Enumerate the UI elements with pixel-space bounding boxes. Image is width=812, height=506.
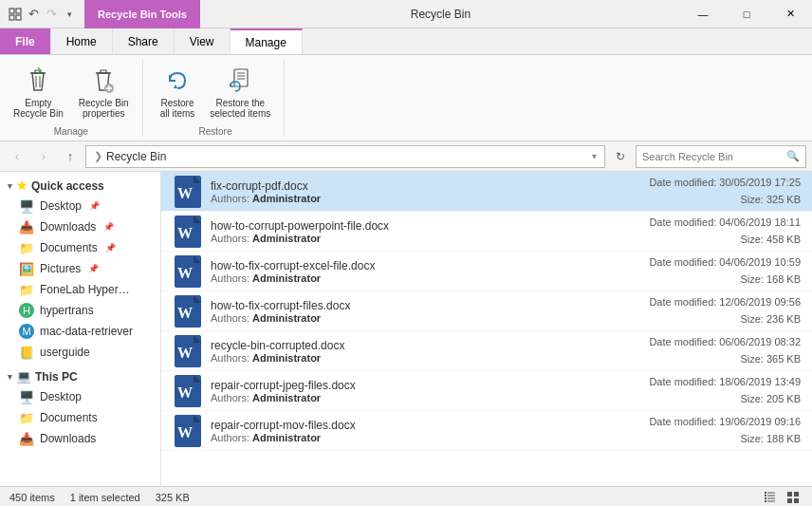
search-box[interactable]: 🔍 [636,145,806,168]
file-date: Date modified: 06/06/2019 08:32 [611,334,801,351]
file-item[interactable]: W recycle-bin-corrupted.docx Authors: Ad… [161,331,812,371]
sidebar-item-documents[interactable]: 📁 Documents 📌 [0,237,160,258]
pictures-label: Pictures [40,262,81,275]
qat-redo[interactable]: ↷ [44,7,59,22]
sidebar-item-fonelab[interactable]: 📁 FoneLab HyperTrans... [0,279,160,300]
back-button[interactable]: ‹ [6,145,28,168]
empty-recycle-bin-button[interactable]: EmptyRecycle Bin [8,62,69,122]
file-item-info: how-to-fix-corrupt-files.docx Authors: A… [203,299,611,324]
downloads-label: Downloads [40,220,96,234]
file-author: Authors: Administrator [211,432,603,443]
fonelab-icon: 📁 [19,282,34,297]
tab-share[interactable]: Share [113,28,175,54]
maximize-button[interactable]: □ [725,0,768,28]
pictures-pin-icon: 📌 [88,264,99,273]
file-size: Size: 168 KB [611,272,801,289]
file-item[interactable]: W repair-corrupt-jpeg-files.docx Authors… [161,371,812,411]
file-meta: Date modified: 12/06/2019 09:56 Size: 23… [611,294,801,328]
tab-manage[interactable]: Manage [231,28,303,54]
file-meta: Date modified: 06/06/2019 08:32 Size: 36… [611,334,801,367]
minimize-button[interactable]: — [681,0,725,28]
tiles-view-button[interactable] [784,488,803,507]
sidebar-item-desktop[interactable]: 🖥️ Desktop 📌 [0,196,160,216]
svg-rect-44 [787,492,792,497]
sidebar-section-quick-access: ▾ ★ Quick access 🖥️ Desktop 📌 📥 Download… [0,176,160,363]
file-item[interactable]: W fix-corrupt-pdf.docx Authors: Administ… [161,172,812,212]
forward-button[interactable]: › [32,145,55,168]
file-list: W fix-corrupt-pdf.docx Authors: Administ… [161,172,812,486]
file-meta: Date modified: 04/06/2019 18:11 Size: 45… [611,215,801,248]
file-item[interactable]: W how-to-fix-corrupt-files.docx Authors:… [161,291,812,331]
restore-selected-button[interactable]: Restore theselected items [204,62,276,122]
empty-recycle-label: EmptyRecycle Bin [13,98,64,119]
file-item[interactable]: W repair-corrupt-mov-files.docx Authors:… [161,411,812,451]
sidebar-item-downloads[interactable]: 📥 Downloads 📌 [0,216,160,237]
search-input[interactable] [642,151,783,162]
qat-undo[interactable]: ↶ [26,7,41,22]
file-name: how-to-fix-corrupt-excel-file.docx [211,259,603,272]
sidebar-quick-access-header[interactable]: ▾ ★ Quick access [0,176,160,196]
file-date: Date modified: 30/05/2019 17:25 [611,175,801,192]
tab-file[interactable]: File [0,28,51,54]
manage-group-label: Manage [8,124,135,137]
word-doc-icon: W [173,376,203,406]
sidebar-item-pc-desktop[interactable]: 🖥️ Desktop [0,386,160,407]
qat-dropdown[interactable]: ▾ [62,7,77,22]
expand-arrow-this-pc: ▾ [8,372,12,382]
sidebar-item-pictures[interactable]: 🖼️ Pictures 📌 [0,258,160,279]
title-bar: ↶ ↷ ▾ Recycle Bin Tools Recycle Bin — □ … [0,0,812,28]
file-item-info: recycle-bin-corrupted.docx Authors: Admi… [203,339,611,364]
file-name: fix-corrupt-pdf.docx [211,179,603,193]
svg-rect-11 [234,69,248,86]
svg-text:W: W [177,265,193,281]
ribbon: File Home Share View Manage [0,28,812,141]
tab-view[interactable]: View [175,28,231,54]
svg-rect-46 [787,498,792,503]
close-button[interactable]: ✕ [768,0,812,28]
file-name: how-to-fix-corrupt-files.docx [211,299,603,312]
file-item-info: how-to-corrupt-powerpoint-file.docx Auth… [203,219,611,244]
recycle-bin-properties-button[interactable]: Recycle Binproperties [73,62,135,122]
selected-count: 1 item selected [70,492,140,503]
file-date: Date modified: 04/06/2019 18:11 [611,215,801,232]
file-date: Date modified: 04/06/2019 10:59 [611,254,801,272]
documents-pin-icon: 📌 [105,243,116,253]
sidebar-item-mac-data[interactable]: M mac-data-retriever [0,321,160,342]
address-dropdown-arrow[interactable]: ▾ [592,151,597,161]
file-author: Authors: Administrator [211,352,603,364]
file-item[interactable]: W how-to-fix-corrupt-excel-file.docx Aut… [161,252,812,291]
file-author: Authors: Administrator [211,272,603,284]
refresh-button[interactable]: ↻ [609,145,632,168]
file-meta: Date modified: 04/06/2019 10:59 Size: 16… [611,254,801,288]
qat-icon-1[interactable] [8,7,23,22]
address-text: Recycle Bin [106,150,166,163]
address-bar[interactable]: ❯ Recycle Bin ▾ [85,145,605,168]
sidebar-this-pc-header[interactable]: ▾ 💻 This PC [0,366,160,386]
up-button[interactable]: ↑ [59,145,82,168]
sidebar-item-hypertrans[interactable]: H hypertrans [0,300,160,321]
pc-downloads-label: Downloads [40,432,96,445]
file-date: Date modified: 12/06/2019 09:56 [611,294,801,311]
file-item-info: repair-corrupt-mov-files.docx Authors: A… [203,419,611,443]
tab-home[interactable]: Home [51,28,113,54]
svg-rect-2 [9,15,14,20]
empty-recycle-icon [23,66,53,96]
file-meta: Date modified: 30/05/2019 17:25 Size: 32… [611,175,801,208]
sidebar-item-pc-documents[interactable]: 📁 Documents [0,407,160,428]
selected-size: 325 KB [156,492,190,503]
restore-all-button[interactable]: Restoreall items [155,62,201,122]
svg-rect-40 [765,492,766,494]
sidebar-item-userguide[interactable]: 📒 userguide [0,342,160,363]
ribbon-content: EmptyRecycle Bin Recycle Binproper [0,55,812,141]
mac-data-label: mac-data-retriever [40,325,133,338]
word-doc-icon: W [173,177,203,207]
restore-buttons: Restoreall items Restore theselect [155,59,277,124]
file-meta: Date modified: 18/06/2019 13:49 Size: 20… [611,374,801,407]
this-pc-label: This PC [35,370,78,384]
file-item[interactable]: W how-to-corrupt-powerpoint-file.docx Au… [161,212,812,252]
file-item-info: repair-corrupt-jpeg-files.docx Authors: … [203,379,611,403]
details-view-button[interactable] [761,488,780,507]
sidebar-item-pc-downloads[interactable]: 📥 Downloads [0,428,160,449]
svg-rect-43 [765,500,766,502]
svg-text:W: W [177,345,193,361]
